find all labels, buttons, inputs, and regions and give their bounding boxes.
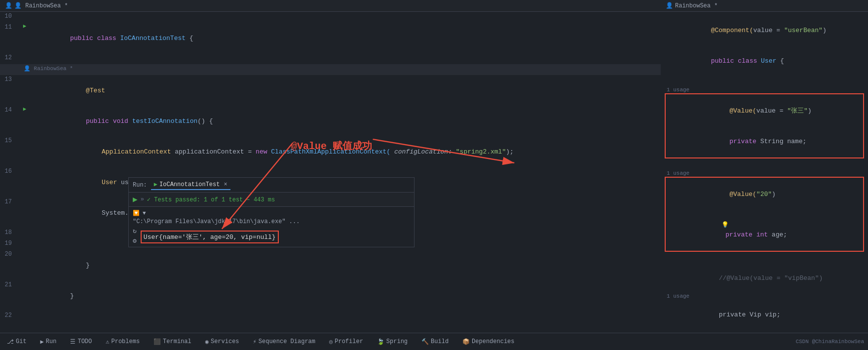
left-panel: 👤 👤 RainbowSea * 10 11 ▶ public class Io…	[0, 0, 661, 333]
code-line-15: 15 ApplicationContext applicationContext…	[0, 136, 661, 167]
run-gutter-icon[interactable]: ▶	[23, 23, 27, 29]
problems-label: Problems	[112, 338, 140, 345]
sequence-label: Sequence Diagram	[259, 338, 315, 345]
cmd-text: "C:\Program Files\Java\jdk-17\bin\java.e…	[133, 218, 300, 225]
terminal-label: Terminal	[163, 338, 191, 345]
refresh-icon[interactable]: ↻	[133, 227, 137, 235]
dependencies-icon: 📦	[462, 338, 470, 346]
line-content: @Test	[32, 75, 657, 106]
line-number: 19	[0, 239, 18, 247]
run-tab-name: IoCAnnotationTest	[159, 181, 220, 188]
class-name: ClassPathXmlApplicationContext(	[271, 148, 390, 156]
line-number: 12	[0, 53, 18, 61]
line-content: @Component(value = "userBean")	[665, 15, 860, 45]
inner-breadcrumb-line: 👤 RainbowSea *	[0, 64, 661, 75]
keyword: int	[756, 231, 772, 238]
code: =	[776, 107, 787, 115]
keyword: class	[738, 57, 761, 65]
keyword: private	[729, 138, 760, 145]
type: ApplicationContext	[102, 148, 175, 156]
user-icon: 👤	[5, 2, 12, 9]
string: "张三"	[787, 107, 808, 115]
line-content: private String name;	[668, 126, 857, 156]
collapse-icon[interactable]: ▼	[143, 210, 146, 216]
settings-icon[interactable]: ⚙	[133, 237, 137, 245]
right-code-line: @Value("20")	[668, 179, 861, 209]
todo-icon: ☰	[70, 338, 75, 346]
run-button[interactable]: ▶ Run	[38, 336, 60, 348]
keyword: public	[86, 117, 113, 125]
class-name: IoCAnnotationTest	[120, 35, 186, 42]
git-button[interactable]: ⎇ Git	[4, 336, 30, 348]
output-block: User{name='张三', age=20, vip=null}	[141, 229, 279, 243]
profiler-button[interactable]: ◎ Profiler	[326, 336, 366, 348]
run-label: Run	[46, 338, 57, 345]
git-label: Git	[16, 338, 27, 345]
close-icon[interactable]: ×	[224, 181, 227, 188]
punctuation: )	[823, 27, 827, 34]
line-number: 16	[0, 167, 18, 175]
run-tab[interactable]: ▶ IoCAnnotationTest ×	[151, 180, 230, 190]
line-content: 💡 private int age;	[668, 209, 857, 250]
red-box-2: @Value("20") 💡 private int age;	[665, 177, 864, 252]
code-line-22: 22	[0, 311, 661, 322]
left-breadcrumb: 👤 👤 RainbowSea *	[0, 0, 661, 12]
editor-area: 👤 👤 RainbowSea * 10 11 ▶ public class Io…	[0, 0, 868, 333]
comment: //@Value(value = "vipBean")	[665, 263, 860, 293]
terminal-button[interactable]: ⬛ Terminal	[151, 336, 194, 348]
keyword: new	[256, 148, 271, 156]
run-gutter-icon[interactable]: ▶	[23, 106, 27, 112]
string: "20"	[756, 191, 772, 198]
line-number: 14	[0, 106, 18, 114]
filter-icon[interactable]: 🔽	[133, 210, 140, 216]
chevron-icon[interactable]: »	[141, 196, 144, 203]
code: value	[753, 27, 772, 34]
inner-breadcrumb: 👤 RainbowSea *	[24, 65, 73, 72]
method-name: testIoCAnnotation	[132, 117, 198, 125]
user-icon-right: 👤	[666, 2, 673, 9]
right-panel: 👤 RainbowSea * @Component(value = "userB…	[661, 0, 868, 333]
punctuation: {	[186, 35, 193, 42]
line-content: ApplicationContext applicationContext = …	[32, 136, 657, 167]
problems-icon: ⚠	[106, 338, 109, 346]
var-name: applicationContext	[175, 148, 248, 156]
code: =	[772, 27, 784, 34]
usage-hint-2: 1 usage	[665, 170, 864, 177]
left-breadcrumb-text: 👤 RainbowSea *	[14, 2, 68, 9]
code-line-14: 14 ▶ public void testIoCAnnotation() {	[0, 106, 661, 136]
todo-button[interactable]: ☰ TODO	[67, 336, 95, 348]
right-code-line: @Value(value = "张三")	[668, 95, 861, 126]
right-code-line: 💡 private int age;	[668, 209, 861, 250]
spacer	[665, 159, 864, 170]
annotation: @Test	[86, 87, 105, 94]
profiler-label: Profiler	[335, 338, 363, 345]
problems-button[interactable]: ⚠ Problems	[103, 336, 143, 348]
usage-hint: 1 usage	[665, 87, 864, 93]
code-line-11: 11 ▶ public class IoCAnnotationTest {	[0, 23, 661, 53]
git-icon: ⎇	[7, 338, 14, 346]
play-icon[interactable]: ▶	[133, 194, 138, 204]
build-icon: 🔨	[421, 338, 429, 346]
code: }	[70, 292, 74, 300]
spring-button[interactable]: 🍃 Spring	[374, 336, 411, 348]
build-button[interactable]: 🔨 Build	[418, 336, 452, 348]
class-name: User	[761, 57, 776, 65]
right-code-line: public class User {	[665, 45, 864, 76]
right-code-line: private String name;	[668, 126, 861, 156]
branding-text: CSDN @ChinaRainbowSea	[795, 339, 864, 345]
line-content	[32, 311, 657, 312]
sequence-button[interactable]: ⚡ Sequence Diagram	[250, 336, 318, 348]
line-number: 15	[0, 136, 18, 144]
code-line-21: 21 }	[0, 280, 661, 311]
dependencies-button[interactable]: 📦 Dependencies	[459, 336, 517, 348]
code-line-12: 12	[0, 53, 661, 64]
right-code-line: @Component(value = "userBean")	[665, 15, 864, 45]
line-number: 20	[0, 250, 18, 258]
test-result: ✓ Tests passed: 1 of 1 test – 443 ms	[147, 196, 275, 203]
right-code-line: //@Value(value = "vipBean")	[665, 263, 864, 293]
todo-label: TODO	[77, 338, 92, 345]
services-button[interactable]: ◉ Services	[202, 336, 242, 348]
services-icon: ◉	[205, 338, 209, 346]
line-content: public class User {	[665, 45, 860, 76]
param-hint: configLocation:	[390, 148, 456, 156]
